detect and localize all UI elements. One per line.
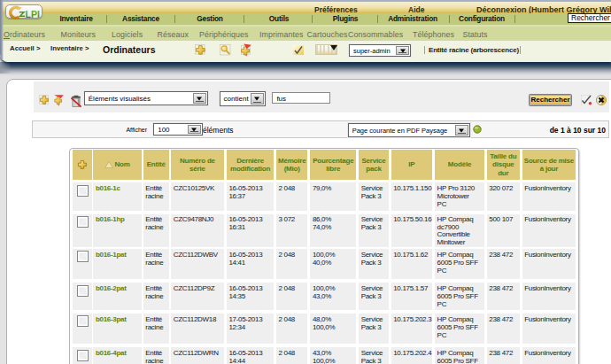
svg-text:LPI: LPI <box>25 8 39 19</box>
